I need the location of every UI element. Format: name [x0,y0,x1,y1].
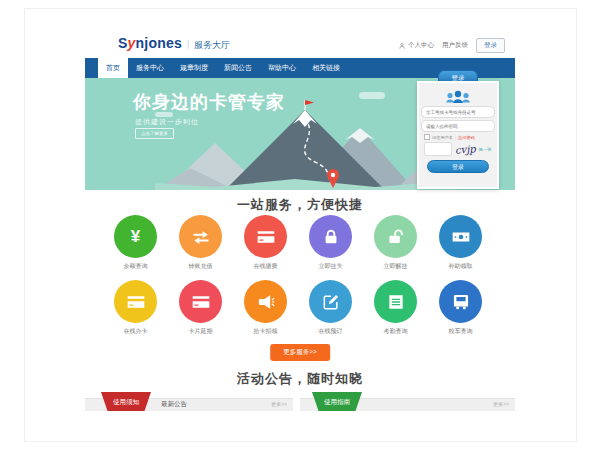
user-feedback-link[interactable]: 用户反馈 [442,41,468,50]
remember-row: 记住用户名 | 忘记密码 [424,134,492,140]
header-login-button[interactable]: 登录 [476,38,505,53]
login-panel: 登录 记住用户名 | 忘记密码 cvjp [417,70,499,190]
logo-divider: | [187,39,189,49]
service-item[interactable]: ¥ 余额查询 [103,215,168,271]
service-circle[interactable] [179,215,222,258]
service-label: 立即解挂 [384,262,408,271]
service-circle[interactable] [439,215,482,258]
more-link[interactable]: 更多>> [271,398,287,411]
announcement-strip-right: 使用指南 更多>> [300,392,515,411]
remember-checkbox[interactable] [424,134,430,140]
card-icon [191,292,211,312]
captcha-row: cvjp 换一张 [424,142,492,156]
captcha-input[interactable] [424,142,452,156]
service-label: 补助领取 [449,262,473,271]
service-circle[interactable] [244,280,287,323]
list-icon [386,292,406,312]
logo-text: njones [136,35,182,51]
nav-item-service-center[interactable]: 服务中心 [128,58,172,78]
service-label: 卡片延期 [189,327,213,336]
captcha-image[interactable]: cvjp [455,143,476,155]
password-input[interactable] [421,120,495,132]
service-circle[interactable] [244,215,287,258]
nav-item-help[interactable]: 帮助中心 [260,58,304,78]
announcement-strips: 使用须知 最新公告 更多>> 使用指南 更多>> [85,392,515,411]
edit-icon [321,292,341,312]
banner-title: 你身边的卡管专家 [133,90,285,114]
service-circle[interactable] [114,280,157,323]
service-circle[interactable] [374,215,417,258]
more-services-button[interactable]: 更多服务>> [270,344,330,361]
service-item[interactable]: 在线缴费 [233,215,298,271]
login-form: 记住用户名 | 忘记密码 cvjp 换一张 登录 [417,81,499,189]
service-circle[interactable] [179,280,222,323]
login-submit-button[interactable]: 登录 [427,160,489,173]
nav-item-news[interactable]: 新闻公告 [216,58,260,78]
services-section-title: 一站服务，方便快捷 [85,196,515,214]
services-row-1: ¥ 余额查询 转账充值 在线缴费 [103,215,497,271]
service-item[interactable]: 卡片延期 [168,280,233,336]
site-name: 服务大厅 [194,39,230,52]
yen-icon: ¥ [131,228,140,245]
header-right: 个人中心 用户反馈 登录 [398,38,505,53]
service-circle[interactable]: ¥ [114,215,157,258]
users-group-icon [444,87,472,104]
tab-usage-guide[interactable]: 使用指南 [312,392,362,411]
username-input[interactable] [421,106,495,118]
service-item[interactable]: 考勤查询 [363,280,428,336]
service-label: 拾卡招领 [254,327,278,336]
forgot-password-link[interactable]: 忘记密码 [458,135,475,140]
service-label: 转账充值 [189,262,213,271]
user-feedback-label: 用户反馈 [442,41,468,50]
service-item[interactable]: 拾卡招领 [233,280,298,336]
unlock-icon [386,227,406,247]
service-item[interactable]: 立即解挂 [363,215,428,271]
nav-item-home[interactable]: 首页 [98,58,128,78]
captcha-refresh-link[interactable]: 换一张 [479,147,492,152]
service-circle[interactable] [374,280,417,323]
service-item[interactable]: 补助领取 [428,215,493,271]
service-circle[interactable] [309,280,352,323]
link-latest-announcements[interactable]: 最新公告 [161,398,187,411]
separator: | [455,135,456,140]
card-icon [126,292,146,312]
header: Synjones | 服务大厅 个人中心 用户反馈 登录 [85,30,515,58]
logo[interactable]: Synjones [118,35,182,51]
lock-icon [321,227,341,247]
service-label: 余额查询 [124,262,148,271]
card-icon [256,227,276,247]
service-label: 立即挂失 [319,262,343,271]
nav-item-links[interactable]: 相关链接 [304,58,348,78]
nav-item-rules[interactable]: 规章制度 [172,58,216,78]
bus-icon [451,292,471,312]
service-item[interactable]: 立即挂失 [298,215,363,271]
banner-subtitle: 提供建设一步到位 [135,117,199,127]
more-link[interactable]: 更多>> [493,398,509,411]
service-label: 在线缴费 [254,262,278,271]
service-item[interactable]: 转账充值 [168,215,233,271]
service-item[interactable]: 在线办卡 [103,280,168,336]
service-label: 校车查询 [449,327,473,336]
banner-cta-button[interactable]: 点击了解更多 [135,128,174,139]
service-label: 在线办卡 [124,327,148,336]
logo-text: S [118,35,128,51]
megaphone-icon [256,292,276,312]
services-row-2: 在线办卡 卡片延期 拾卡招领 [103,280,497,336]
transfer-icon [191,227,211,247]
service-circle[interactable] [309,215,352,258]
announcement-strip-left: 使用须知 最新公告 更多>> [85,392,293,411]
personal-center-link[interactable]: 个人中心 [398,41,434,50]
service-item[interactable]: 在线预订 [298,280,363,336]
site-container: Synjones | 服务大厅 个人中心 用户反馈 登录 首页 服务中心 规章制… [85,30,515,422]
person-icon [398,42,406,50]
personal-center-label: 个人中心 [408,41,434,50]
remember-label: 记住用户名 [432,135,453,140]
tab-usage-notice[interactable]: 使用须知 [101,392,151,411]
service-label: 考勤查询 [384,327,408,336]
service-item[interactable]: 校车查询 [428,280,493,336]
logo-accent: y [128,35,136,51]
service-circle[interactable] [439,280,482,323]
announcements-section-title: 活动公告，随时知晓 [85,370,515,388]
service-label: 在线预订 [319,327,343,336]
banknote-icon [451,227,471,247]
